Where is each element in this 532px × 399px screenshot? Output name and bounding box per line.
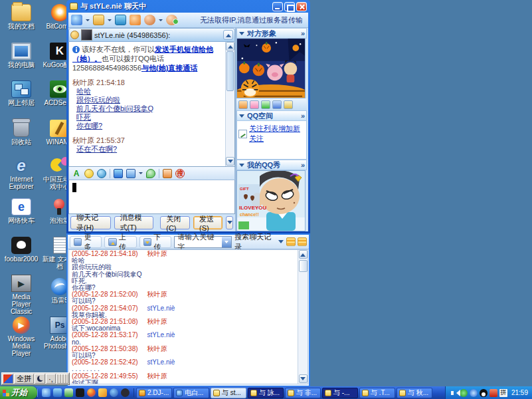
minimize-button[interactable] xyxy=(272,2,283,11)
webcam-icon[interactable] xyxy=(71,15,82,25)
close-button[interactable] xyxy=(296,2,307,11)
tray-qq-icon[interactable] xyxy=(480,389,488,397)
quicklaunch-wmp-icon[interactable] xyxy=(87,388,96,397)
voice-dropdown-icon[interactable] xyxy=(159,19,163,23)
history-content[interactable]: (2005-12-28 21:54:18)秋叶原 哈哈 跟你玩玩的啦 前几天有个… xyxy=(68,249,308,384)
scrollbar-up-icon[interactable] xyxy=(226,42,234,51)
more-button[interactable]: 更多 xyxy=(70,236,102,248)
mobile-message-icon[interactable] xyxy=(163,169,172,178)
add-contact-icon[interactable] xyxy=(166,15,177,25)
chat-window-titlebar[interactable]: 与 stYLe.niè 聊天中 xyxy=(68,0,308,13)
task-chat-yong[interactable]: 与 詠... xyxy=(248,388,284,398)
history-scrollbar[interactable] xyxy=(298,250,308,384)
peer-image-header[interactable]: 对方形象 » xyxy=(236,28,307,39)
message-mode-button[interactable]: 消息模式(T) xyxy=(114,216,154,229)
chat-history-button[interactable]: 聊天记录(H) xyxy=(70,216,111,229)
more-chevron-icon[interactable]: » xyxy=(301,29,304,37)
scrollbar-thumb[interactable] xyxy=(226,51,234,91)
capture-dropdown-icon[interactable] xyxy=(139,172,143,176)
message-input[interactable] xyxy=(68,180,235,214)
more-chevron-icon[interactable]: » xyxy=(301,161,304,169)
start-button[interactable]: 开始 xyxy=(0,386,37,399)
qqshow-mall-icon[interactable] xyxy=(250,100,259,109)
scroll-up-button[interactable] xyxy=(223,30,233,40)
scrollbar-thumb[interactable] xyxy=(299,260,308,272)
maximize-button[interactable] xyxy=(284,2,295,11)
emoticon-icon[interactable] xyxy=(84,169,94,178)
webcam-dropdown-icon[interactable] xyxy=(86,19,90,23)
collapse-icon[interactable] xyxy=(239,114,244,120)
desktop-icon-windows-media-player[interactable]: ▶Windows Media Player xyxy=(2,317,41,357)
search-icon[interactable]: 搜 xyxy=(175,169,185,178)
send-options-dropdown-icon[interactable] xyxy=(226,216,233,229)
quicklaunch-player-icon[interactable] xyxy=(121,388,130,397)
refresh-icon[interactable] xyxy=(261,100,270,109)
task-chat-qiu[interactable]: 与 秋... xyxy=(397,388,432,398)
combobox-dropdown-icon[interactable] xyxy=(222,237,231,247)
screen-capture-icon[interactable] xyxy=(126,169,135,178)
magic-emoticon-icon[interactable] xyxy=(97,169,106,178)
quicklaunch-winamp-icon[interactable] xyxy=(98,388,107,397)
qzone-follow-link[interactable]: 关注列表增加新关注 xyxy=(238,124,305,144)
task-chat-t[interactable]: 与 .T... xyxy=(359,388,395,398)
voice-chat-icon[interactable] xyxy=(144,15,155,25)
view-window-icon[interactable] xyxy=(298,237,307,246)
desktop-icon-media-player-classic[interactable]: ▶Media Player Classic xyxy=(2,275,41,315)
ime-mode[interactable]: 全拼 xyxy=(14,374,34,384)
quicklaunch-mail-icon[interactable] xyxy=(53,388,62,397)
quicklaunch-app-icon[interactable] xyxy=(64,388,73,397)
signature-icon[interactable] xyxy=(284,100,293,109)
quick-reply-icon[interactable] xyxy=(146,169,155,178)
scrollbar-down-icon[interactable] xyxy=(226,157,234,166)
send-file-icon[interactable] xyxy=(93,15,104,25)
message-scrollbar[interactable] xyxy=(225,42,234,166)
peer-avatar[interactable] xyxy=(81,29,92,41)
collapse-icon[interactable] xyxy=(239,32,244,38)
app-share-icon[interactable] xyxy=(115,15,126,25)
send-image-icon[interactable] xyxy=(114,169,123,178)
qzone-header[interactable]: QQ空间 » xyxy=(236,110,307,121)
scrollbar-up-icon[interactable] xyxy=(299,250,308,259)
task-chat-dash[interactable]: 与 -... xyxy=(322,388,358,398)
more-chevron-icon[interactable]: » xyxy=(301,112,304,120)
tray-green-icon[interactable] xyxy=(460,389,468,397)
desktop-icon-foobar2000[interactable]: foobar2000 xyxy=(2,237,41,263)
search-dropdown-icon[interactable] xyxy=(278,240,284,246)
ime-bar[interactable]: 全拼 ·, xyxy=(1,372,70,385)
message-display-area[interactable]: 该好友不在线，你可以发送手机短信给他（她）。也可以拨打QQ电话125868884… xyxy=(68,42,235,167)
send-file-dropdown-icon[interactable] xyxy=(108,19,112,23)
peer-card-icon[interactable] xyxy=(238,100,248,109)
desktop-icon-network-places[interactable]: 网上邻居 xyxy=(2,80,41,106)
send-button[interactable]: 发送(S) xyxy=(193,216,222,229)
ime-fullhalf-moon-icon[interactable] xyxy=(35,374,45,384)
desktop-icon-recycle-bin[interactable]: 回收站 xyxy=(2,120,41,146)
quicklaunch-ie-icon[interactable] xyxy=(42,388,50,397)
tray-ime-icon[interactable]: 拼 xyxy=(499,389,507,397)
upload-button[interactable]: 上传 xyxy=(104,236,136,248)
task-chat-style[interactable]: 与 st... xyxy=(211,388,246,398)
tray-thunder-icon[interactable] xyxy=(470,389,478,397)
clock[interactable]: 21:59 xyxy=(511,389,528,396)
ime-punctuation[interactable]: ·, xyxy=(46,374,56,384)
download-button[interactable]: 下传 xyxy=(139,236,171,248)
ime-logo-icon[interactable] xyxy=(3,374,13,384)
quicklaunch-foobar-icon[interactable] xyxy=(76,388,84,397)
tray-red-icon[interactable] xyxy=(489,389,497,397)
music-icon[interactable] xyxy=(130,15,141,25)
desktop-icon-my-documents[interactable]: 我的文档 xyxy=(2,4,41,30)
task-dj-music[interactable]: 2.DJ-... xyxy=(136,388,172,398)
desktop-icon-internet-explorer[interactable]: eInternet Explorer xyxy=(2,157,41,190)
view-list-icon[interactable] xyxy=(286,237,296,246)
desktop-icon-flashget[interactable]: e网络快车 xyxy=(2,198,41,224)
desktop-icon-my-computer[interactable]: 我的电脑 xyxy=(2,43,41,68)
search-records-button[interactable]: 搜索聊天记录 xyxy=(234,232,284,252)
qqshow-header[interactable]: 我的QQ秀 » xyxy=(236,160,307,170)
collapse-icon[interactable] xyxy=(239,164,244,170)
qq-call-link[interactable]: 与他(她)直接通话 xyxy=(141,64,197,72)
ime-softkeyboard-icon[interactable] xyxy=(56,374,68,384)
task-chat-fei[interactable]: 与 非... xyxy=(285,388,321,398)
close-chat-button[interactable]: 关闭(C) xyxy=(160,216,190,229)
keyword-combobox[interactable]: 请输入关键字 xyxy=(174,236,232,248)
quicklaunch-qq-icon[interactable] xyxy=(110,388,118,397)
friends-icon[interactable] xyxy=(272,100,282,109)
